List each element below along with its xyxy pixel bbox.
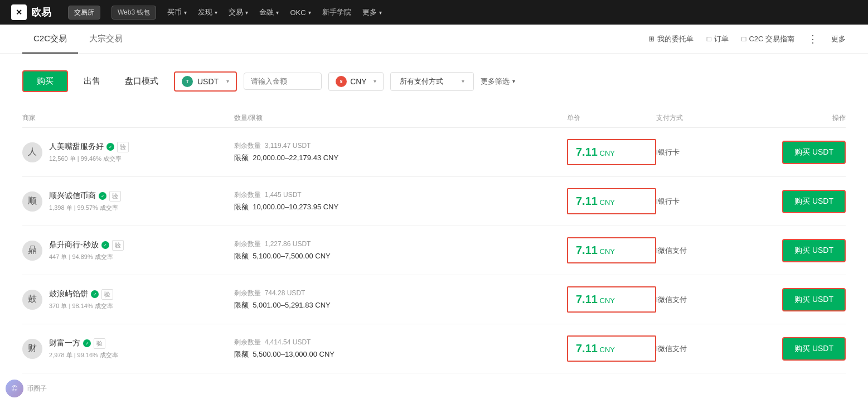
currency-dropdown[interactable]: ¥ CNY ▾: [328, 72, 384, 91]
watermark-icon: ©: [6, 380, 23, 397]
buy-usdt-button[interactable]: 购买 USDT: [782, 337, 846, 361]
watermark-text: 币圈子: [27, 384, 47, 394]
buy-usdt-button[interactable]: 购买 USDT: [782, 190, 846, 213]
price-col: 7.11 CNY: [567, 188, 656, 214]
limit-value: 限额 5,500.00–13,000.00 CNY: [234, 349, 567, 359]
logo[interactable]: ✕ 欧易: [11, 4, 51, 20]
price-col: 7.11 CNY: [567, 237, 656, 263]
sell-button[interactable]: 出售: [75, 71, 109, 91]
chevron-down-icon: ▾: [374, 78, 376, 84]
limit-value: 限额 20,000.00–22,179.43 CNY: [234, 153, 567, 163]
price-col: 7.11 CNY: [567, 286, 656, 313]
buy-usdt-button[interactable]: 购买 USDT: [782, 288, 846, 311]
table-row: 人 人美嘴甜服务好 ✓ 验 12,560 单 | 99.46% 成交率 剩余数量…: [22, 128, 846, 177]
price-col: 7.11 CNY: [567, 139, 656, 165]
buy-button[interactable]: 购买: [22, 70, 68, 92]
avatar: 人: [22, 142, 42, 162]
my-orders-action[interactable]: ⊞ 我的委托单: [648, 34, 694, 44]
sub-nav-tabs: C2C交易 大宗交易: [22, 25, 648, 53]
price-value: 7.11: [576, 195, 598, 207]
merchant-col: 财 财富一方 ✓ 验 2,978 单 | 99.16% 成交率: [22, 338, 234, 359]
qty-label: 剩余数量 1,227.86 USDT: [234, 239, 567, 249]
avatar: 财: [22, 339, 42, 359]
qty-col: 剩余数量 4,414.54 USDT 限额 5,500.00–13,000.00…: [234, 338, 567, 359]
sub-nav: C2C交易 大宗交易 ⊞ 我的委托单 □ 订单 □ C2C 交易指南 ⋮ 更多: [0, 25, 868, 54]
qty-label: 剩余数量 3,119.47 USDT: [234, 141, 567, 151]
tab-c2c[interactable]: C2C交易: [22, 25, 78, 54]
avatar: 鼎: [22, 241, 42, 261]
payment-dropdown[interactable]: 所有支付方式 ▾: [390, 72, 474, 91]
verify-tag: 验: [117, 142, 129, 152]
merchant-col: 人 人美嘴甜服务好 ✓ 验 12,560 单 | 99.46% 成交率: [22, 142, 234, 163]
guide-action[interactable]: □ C2C 交易指南: [742, 34, 794, 44]
tab-block-trade[interactable]: 大宗交易: [78, 25, 134, 54]
nav-academy[interactable]: 新手学院: [322, 7, 351, 17]
qty-col: 剩余数量 1,445 USDT 限额 10,000.00–10,273.95 C…: [234, 190, 567, 212]
price-currency: CNY: [600, 346, 615, 354]
payment-col: l银行卡: [656, 147, 757, 157]
nav-okc[interactable]: OKC ▾: [290, 8, 311, 17]
nav-buy[interactable]: 买币 ▾: [167, 7, 187, 17]
col-price: 单价: [567, 113, 656, 123]
chevron-down-icon: ▾: [379, 9, 382, 16]
buy-usdt-button[interactable]: 购买 USDT: [782, 141, 846, 164]
chevron-down-icon: ▾: [184, 9, 187, 16]
more-dots-button[interactable]: ⋮: [808, 33, 818, 45]
nav-trade[interactable]: 交易 ▾: [229, 7, 248, 17]
action-col: 购买 USDT: [757, 190, 846, 213]
web3-tab[interactable]: Web3 钱包: [111, 6, 156, 20]
payment-col: l微信支付: [656, 344, 757, 354]
payment-col: l微信支付: [656, 295, 757, 305]
table-body: 人 人美嘴甜服务好 ✓ 验 12,560 单 | 99.46% 成交率 剩余数量…: [22, 128, 846, 373]
usdt-icon: T: [182, 76, 193, 87]
verified-badge: ✓: [106, 143, 114, 151]
table-row: 财 财富一方 ✓ 验 2,978 单 | 99.16% 成交率 剩余数量 4,4…: [22, 324, 846, 373]
merchant-col: 鼎 鼎升商行-秒放 ✓ 验 447 单 | 94.89% 成交率: [22, 240, 234, 261]
table-row: 顺 顺兴诚信币商 ✓ 验 1,398 单 | 99.57% 成交率 剩余数量 1…: [22, 177, 846, 226]
chevron-down-icon: ▾: [226, 78, 229, 84]
col-qty: 数量/限额: [234, 113, 567, 123]
filter-row: 购买 出售 盘口模式 T USDT ▾ ¥ CNY ▾ 所有支付方式 ▾ 更多筛…: [22, 70, 846, 92]
price-currency: CNY: [600, 149, 615, 157]
action-col: 购买 USDT: [757, 239, 846, 262]
merchant-col: 顺 顺兴诚信币商 ✓ 验 1,398 单 | 99.57% 成交率: [22, 191, 234, 212]
verified-badge: ✓: [83, 339, 91, 347]
chevron-down-icon: ▾: [215, 9, 217, 16]
token-dropdown[interactable]: T USDT ▾: [174, 71, 237, 92]
amount-input[interactable]: [244, 73, 322, 90]
action-col: 购买 USDT: [757, 141, 846, 164]
merchant-name: 鼓浪屿馅饼 ✓ 验: [49, 289, 113, 300]
merchant-name: 鼎升商行-秒放 ✓ 验: [49, 240, 124, 251]
verified-badge: ✓: [91, 290, 99, 298]
payment-col: l微信支付: [656, 246, 757, 256]
price-currency: CNY: [600, 247, 615, 256]
nav-finance[interactable]: 金融 ▾: [259, 7, 279, 17]
currency-label: CNY: [350, 77, 367, 86]
qty-label: 剩余数量 744.28 USDT: [234, 289, 567, 298]
nav-discover[interactable]: 发现 ▾: [198, 7, 217, 17]
action-col: 购买 USDT: [757, 288, 846, 311]
avatar: 鼓: [22, 290, 42, 310]
orders-action[interactable]: □ 订单: [707, 34, 729, 44]
logo-text: 欧易: [31, 6, 51, 19]
merchant-stats: 12,560 单 | 99.46% 成交率: [49, 155, 129, 163]
merchant-name: 财富一方 ✓ 验: [49, 338, 118, 349]
merchant-stats: 370 单 | 98.14% 成交率: [49, 302, 113, 310]
merchant-name: 人美嘴甜服务好 ✓ 验: [49, 142, 129, 152]
merchant-stats: 2,978 单 | 99.16% 成交率: [49, 351, 118, 359]
merchant-info: 鼓浪屿馅饼 ✓ 验 370 单 | 98.14% 成交率: [49, 289, 113, 310]
price-value: 7.11: [576, 342, 598, 354]
chevron-down-icon: ▾: [462, 78, 464, 84]
mode-button[interactable]: 盘口模式: [116, 71, 167, 91]
price-value: 7.11: [576, 293, 598, 305]
nav-more[interactable]: 更多 ▾: [362, 7, 382, 17]
table-row: 鼓 鼓浪屿馅饼 ✓ 验 370 单 | 98.14% 成交率 剩余数量 744.…: [22, 275, 846, 324]
col-payment: 支付方式: [656, 113, 757, 123]
exchange-tab[interactable]: 交易所: [68, 6, 100, 20]
price-currency: CNY: [600, 296, 615, 305]
buy-usdt-button[interactable]: 购买 USDT: [782, 239, 846, 262]
more-filter-label: 更多筛选: [481, 76, 510, 87]
more-filter-button[interactable]: 更多筛选 ▾: [481, 76, 515, 87]
more-label[interactable]: 更多: [831, 34, 846, 44]
qty-label: 剩余数量 4,414.54 USDT: [234, 338, 567, 347]
